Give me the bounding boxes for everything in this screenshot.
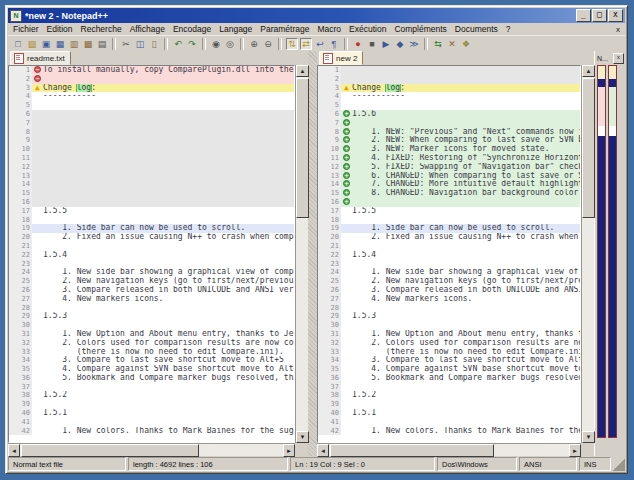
left-editor-text-area[interactable]: 1−To install manually, copy ComparePlugi…	[8, 65, 295, 443]
editor-line[interactable]: 31 1. New Option and About menu entry, t…	[9, 330, 294, 339]
editor-line[interactable]: 7	[9, 119, 294, 128]
paste-icon[interactable]: ▯	[148, 38, 160, 50]
editor-line[interactable]: 401.5.1	[318, 409, 580, 418]
nav-column-left-file[interactable]	[597, 65, 606, 438]
sync-vertical-icon[interactable]: ⇅	[286, 38, 298, 50]
nav-panel-close-icon[interactable]: x	[613, 53, 624, 64]
menu-item-fichier[interactable]: Fichier	[9, 24, 43, 34]
editor-line[interactable]: 24 1. New side bar showing a graphical v…	[318, 268, 580, 277]
menu-item-paramtrage[interactable]: Paramétrage	[256, 24, 313, 34]
editor-line[interactable]: 39	[9, 400, 294, 409]
editor-line[interactable]: 30	[9, 321, 294, 330]
menu-item-langage[interactable]: Langage	[215, 24, 256, 34]
nav-panel-title-bar[interactable]: N... x	[595, 51, 625, 64]
menu-item-affichage[interactable]: Affichage	[126, 24, 169, 34]
editor-line[interactable]: 171.5.5	[318, 207, 580, 216]
compare-options-icon[interactable]: ❖	[460, 38, 472, 50]
clear-compare-icon[interactable]: ✕	[446, 38, 458, 50]
save-all-icon[interactable]: ▦	[54, 38, 66, 50]
editor-line[interactable]: 171.5.5	[9, 207, 294, 216]
scroll-down-icon[interactable]: ▼	[582, 431, 595, 443]
editor-line[interactable]: 10	[9, 145, 294, 154]
editor-line[interactable]: 25 2. New navigation keys (go to first/n…	[9, 277, 294, 286]
editor-line[interactable]: 15+ 8. CHANGED: Navigation bar backgroun…	[318, 189, 580, 198]
word-wrap-icon[interactable]: ↩	[314, 38, 326, 50]
editor-line[interactable]: 41	[318, 418, 580, 427]
editor-line[interactable]: 9+ 2. NEW: When comparing to last save o…	[318, 136, 580, 145]
editor-line[interactable]: 28	[318, 304, 580, 313]
editor-line[interactable]: 25 2. New navigation keys (go to first/n…	[318, 277, 580, 286]
editor-line[interactable]: 8	[9, 128, 294, 137]
editor-line[interactable]: 37	[9, 383, 294, 392]
editor-line[interactable]: 13+ 6. CHANGED: When comparing to last s…	[318, 172, 580, 181]
editor-line[interactable]: 21	[9, 242, 294, 251]
editor-line[interactable]: 18	[318, 216, 580, 225]
tab-new-2[interactable]: new 2	[319, 51, 363, 65]
editor-line[interactable]: 9	[9, 136, 294, 145]
save-icon[interactable]: ▣	[40, 38, 52, 50]
editor-line[interactable]: 401.5.1	[9, 409, 294, 418]
editor-line[interactable]: 5	[318, 101, 580, 110]
editor-line[interactable]: 35 4. Compare against SVN base shortcut …	[318, 365, 580, 374]
editor-line[interactable]: 1	[318, 66, 580, 75]
open-file-icon[interactable]: ▨	[26, 38, 38, 50]
editor-line[interactable]: 34 3. Compare to last save shortcut move…	[318, 356, 580, 365]
editor-line[interactable]: 10+ 3. NEW: Marker icons for moved state…	[318, 145, 580, 154]
editor-line[interactable]: 5	[9, 101, 294, 110]
menu-item-encodage[interactable]: Encodage	[169, 24, 215, 34]
save-macro-icon[interactable]: ◆	[394, 38, 406, 50]
editor-line[interactable]: 36 5. Bookmark and Compare marker bugs r…	[318, 374, 580, 383]
zoom-in-icon[interactable]: ⊕	[248, 38, 260, 50]
editor-line[interactable]: 291.5.3	[318, 312, 580, 321]
scrollbar-thumb[interactable]	[330, 444, 494, 457]
print-icon[interactable]: ▤	[96, 38, 108, 50]
editor-line[interactable]: 2−	[9, 75, 294, 84]
menu-item-documents[interactable]: Documents	[451, 24, 502, 34]
close-button[interactable]: x	[608, 9, 623, 22]
status-typing-mode[interactable]: INS	[579, 457, 611, 471]
menu-item-complments[interactable]: Compléments	[390, 24, 450, 34]
menu-item-?[interactable]: ?	[502, 24, 515, 34]
editor-line[interactable]: 11+ 4. FIXED: Restoring of "Synchronize …	[318, 154, 580, 163]
menu-item-excution[interactable]: Exécution	[345, 24, 390, 34]
editor-line[interactable]: 21	[318, 242, 580, 251]
find-icon[interactable]: ◉	[210, 38, 222, 50]
editor-line[interactable]: 221.5.4	[318, 251, 580, 260]
editor-line[interactable]: 31 1. New Option and About menu entry, t…	[318, 330, 580, 339]
scroll-right-icon[interactable]: ►	[283, 444, 295, 457]
editor-line[interactable]: 35 4. Compare against SVN base shortcut …	[9, 365, 294, 374]
editor-line[interactable]: 41	[9, 418, 294, 427]
editor-line[interactable]: 33 (there is now no need to edit Compare…	[318, 348, 580, 357]
editor-line[interactable]: 3▲Change log:	[318, 84, 580, 93]
play-macro-icon[interactable]: ▶	[380, 38, 392, 50]
copy-icon[interactable]: ◫	[134, 38, 146, 50]
replace-icon[interactable]: ◎	[224, 38, 236, 50]
zoom-out-icon[interactable]: ⊖	[262, 38, 274, 50]
close-all-icon[interactable]: ▩	[82, 38, 94, 50]
scrollbar-thumb[interactable]	[21, 444, 199, 457]
right-horizontal-scrollbar[interactable]: ◄ ►	[317, 443, 581, 456]
scroll-up-icon[interactable]: ▲	[296, 65, 309, 77]
record-macro-icon[interactable]: ●	[352, 38, 364, 50]
editor-line[interactable]: 42 1. New colors. Thanks to Mark Baines …	[318, 427, 580, 436]
editor-line[interactable]: 1−To install manually, copy ComparePlugi…	[9, 66, 294, 75]
title-bar[interactable]: N *new 2 - Notepad++ _ □ x	[8, 8, 625, 23]
editor-line[interactable]: 4-----------	[318, 92, 580, 101]
editor-line[interactable]: 291.5.3	[9, 312, 294, 321]
editor-line[interactable]: 8+ 1. NEW: "Previous" and "Next" command…	[318, 128, 580, 137]
tab-readme-txt[interactable]: readme.txt	[10, 51, 71, 65]
editor-line[interactable]: 23	[9, 260, 294, 269]
scroll-right-icon[interactable]: ►	[569, 444, 581, 457]
editor-line[interactable]: 15	[9, 189, 294, 198]
editor-line[interactable]: 33 (there is now no need to edit Compare…	[9, 348, 294, 357]
scroll-left-icon[interactable]: ◄	[317, 444, 329, 457]
editor-line[interactable]: 37	[318, 383, 580, 392]
sync-horizontal-icon[interactable]: ⇄	[300, 38, 312, 50]
editor-line[interactable]: 381.5.2	[318, 391, 580, 400]
show-all-chars-icon[interactable]: ¶	[328, 38, 340, 50]
editor-line[interactable]: 11	[9, 154, 294, 163]
compare-icon[interactable]: ⇆	[432, 38, 444, 50]
maximize-button[interactable]: □	[592, 9, 607, 22]
editor-line[interactable]: 19 1. Side bar can now be used to scroll…	[318, 224, 580, 233]
editor-line[interactable]: 381.5.2	[9, 391, 294, 400]
